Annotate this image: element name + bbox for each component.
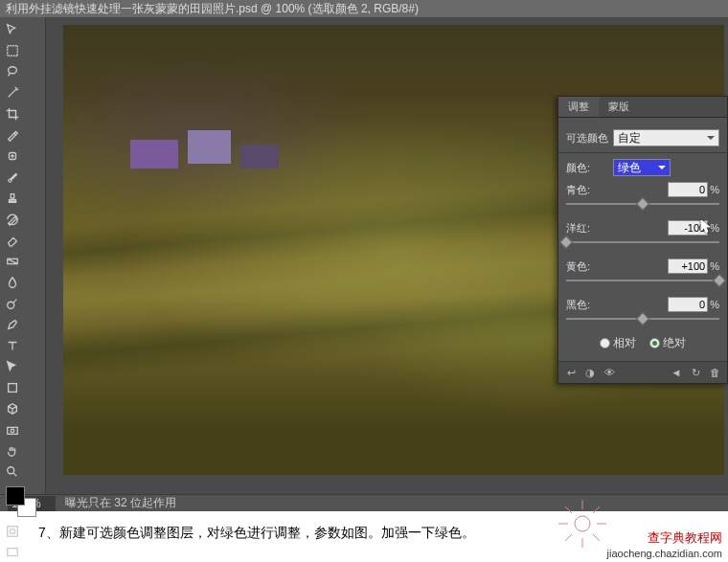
eyedropper-tool[interactable]: [3, 125, 22, 145]
selective-color-label: 可选颜色: [566, 131, 609, 146]
zoom-tool[interactable]: [3, 462, 22, 482]
crop-tool[interactable]: [3, 104, 22, 124]
pen-tool[interactable]: [3, 315, 22, 334]
statusbar: 100% 曝光只在 32 位起作用: [0, 494, 728, 511]
stamp-tool[interactable]: [3, 189, 22, 208]
radio-relative[interactable]: 相对: [600, 335, 636, 351]
wand-tool[interactable]: [3, 83, 22, 102]
tools-palette: [0, 17, 46, 494]
history-brush-tool[interactable]: [3, 210, 22, 229]
status-info: 曝光只在 32 位起作用: [65, 495, 176, 511]
hand-tool[interactable]: [3, 441, 22, 461]
adjustments-panel: 调整 蒙版 可选颜色 自定 颜色: 绿色 青色: % 洋: [557, 96, 728, 384]
svg-point-8: [8, 467, 14, 474]
credit: 查字典教程网 jiaocheng.chazidian.com: [607, 530, 722, 560]
svg-point-4: [8, 302, 14, 308]
yellow-value[interactable]: [668, 259, 708, 274]
adj-icon[interactable]: ◑: [583, 366, 597, 379]
gradient-tool[interactable]: [3, 252, 22, 271]
blur-tool[interactable]: [3, 273, 22, 292]
view-icon[interactable]: 👁: [603, 366, 616, 379]
decorative-burst-icon: [554, 495, 611, 552]
svg-point-7: [11, 429, 14, 433]
eraser-tool[interactable]: [3, 231, 22, 250]
reset-icon[interactable]: ↻: [689, 366, 702, 379]
slider-cyan: 青色: %: [566, 182, 719, 211]
color-label: 颜色:: [566, 161, 609, 175]
image-content: [102, 121, 293, 197]
app-window: 利用外挂滤镜快速处理一张灰蒙蒙的田园照片.psd @ 100% (选取颜色 2,…: [0, 0, 728, 511]
caption-text: 7、新建可选颜色调整图层，对绿色进行调整，参数如图。加强一下绿色。: [38, 525, 475, 542]
credit-cn: 查字典教程网: [607, 530, 722, 547]
healing-tool[interactable]: [3, 146, 22, 166]
marquee-tool[interactable]: [3, 41, 22, 60]
svg-point-10: [10, 528, 14, 533]
preset-select[interactable]: 自定: [613, 129, 719, 146]
tab-adjust[interactable]: 调整: [558, 97, 599, 117]
slider-yellow: 黄色: %: [566, 259, 719, 287]
tab-mask[interactable]: 蒙版: [599, 97, 639, 117]
svg-rect-0: [8, 46, 18, 56]
slider-black: 黑色: %: [566, 297, 719, 326]
svg-rect-11: [8, 549, 18, 556]
slider-magenta: 洋红: %: [566, 220, 719, 249]
type-tool[interactable]: [3, 336, 22, 355]
shape-tool[interactable]: [3, 378, 22, 397]
return-icon[interactable]: ↩: [564, 366, 578, 379]
panel-footer: ↩ ◑ 👁 ◄ ↻ 🗑: [558, 361, 727, 383]
cyan-slider[interactable]: [566, 199, 719, 211]
panel-tabs: 调整 蒙版: [558, 97, 727, 118]
method-radios: 相对 绝对: [566, 335, 719, 351]
camera-tool[interactable]: [3, 420, 22, 439]
path-tool[interactable]: [3, 357, 22, 376]
screenmode-tool[interactable]: [3, 543, 22, 562]
titlebar: 利用外挂滤镜快速处理一张灰蒙蒙的田园照片.psd @ 100% (选取颜色 2,…: [0, 0, 728, 17]
magenta-slider[interactable]: [566, 237, 719, 249]
svg-rect-6: [8, 427, 18, 434]
panel-body: 可选颜色 自定 颜色: 绿色 青色: % 洋红: %: [558, 118, 727, 361]
radio-absolute[interactable]: 绝对: [649, 335, 686, 351]
cyan-value[interactable]: [668, 182, 708, 197]
color-select[interactable]: 绿色: [613, 159, 671, 176]
svg-rect-9: [8, 527, 18, 537]
brush-tool[interactable]: [3, 168, 22, 187]
3d-tool[interactable]: [3, 399, 22, 418]
credit-url: jiaocheng.chazidian.com: [607, 547, 722, 560]
move-tool[interactable]: [3, 20, 22, 39]
yellow-slider[interactable]: [566, 276, 719, 287]
document-title: 利用外挂滤镜快速处理一张灰蒙蒙的田园照片.psd @ 100% (选取颜色 2,…: [6, 1, 722, 17]
svg-rect-5: [9, 384, 17, 393]
black-slider[interactable]: [566, 314, 719, 326]
fg-color[interactable]: [6, 486, 25, 506]
black-value[interactable]: [668, 297, 708, 312]
color-swatch[interactable]: [6, 486, 36, 517]
dodge-tool[interactable]: [3, 294, 22, 313]
magenta-value[interactable]: [668, 220, 708, 236]
lasso-tool[interactable]: [3, 62, 22, 81]
svg-point-12: [575, 516, 590, 531]
trash-icon[interactable]: 🗑: [708, 366, 721, 379]
quickmask-tool[interactable]: [3, 522, 22, 541]
prev-icon[interactable]: ◄: [670, 366, 683, 379]
